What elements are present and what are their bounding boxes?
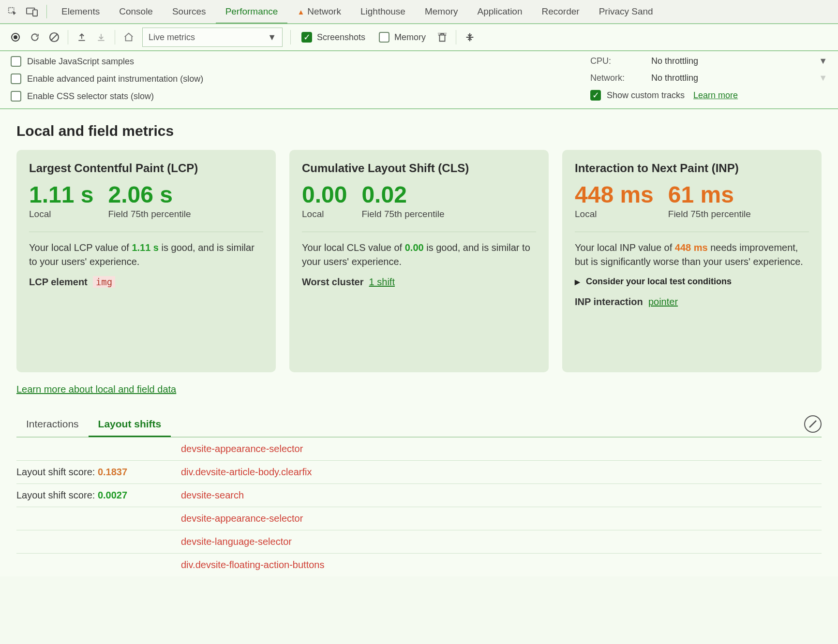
svg-line-7	[809, 421, 816, 427]
lcp-description: Your local LCP value of 1.11 s is good, …	[29, 241, 263, 269]
metrics-select[interactable]: Live metrics ▼	[142, 28, 283, 47]
cls-field-value: 0.02	[361, 183, 444, 207]
inp-title: Interaction to Next Paint (INP)	[575, 161, 809, 175]
lcp-title: Largest Contentful Paint (LCP)	[29, 161, 263, 175]
tab-network[interactable]: Network	[287, 0, 351, 24]
cls-card: Cumulative Layout Shift (CLS) 0.00 Local…	[289, 150, 549, 372]
cpu-throttle-select[interactable]: CPU: No throttling▼	[590, 56, 827, 66]
enable-paint-checkbox[interactable]: Enable advanced paint instrumentation (s…	[11, 73, 590, 84]
lcp-local-label: Local	[29, 209, 93, 220]
clear-icon[interactable]	[45, 28, 64, 47]
shift-element[interactable]: div.devsite-floating-action-buttons	[181, 559, 324, 571]
tab-lighthouse[interactable]: Lighthouse	[351, 0, 415, 24]
lcp-element-line: LCP element img	[29, 277, 263, 288]
separator	[68, 30, 68, 44]
checkbox-checked-icon[interactable]: ✓	[590, 90, 601, 101]
separator	[290, 30, 291, 44]
inner-tabs: Interactions Layout shifts	[16, 411, 822, 438]
tab-sources[interactable]: Sources	[163, 0, 216, 24]
performance-toolbar: Live metrics ▼ ✓ Screenshots Memory	[0, 24, 838, 51]
lcp-local-value: 1.11 s	[29, 183, 93, 207]
enable-css-label: Enable CSS selector stats (slow)	[27, 91, 154, 102]
chevron-down-icon: ▼	[819, 73, 827, 83]
tab-console[interactable]: Console	[109, 0, 163, 24]
tabs-container: ElementsConsoleSourcesPerformanceNetwork…	[52, 0, 663, 24]
disable-js-label: Disable JavaScript samples	[27, 57, 134, 67]
cls-title: Cumulative Layout Shift (CLS)	[302, 161, 536, 175]
tab-recorder[interactable]: Recorder	[532, 0, 589, 24]
lcp-element-tag[interactable]: img	[93, 276, 115, 288]
record-icon[interactable]	[6, 28, 25, 47]
cpu-value: No throttling	[651, 56, 698, 66]
learn-more-data-link[interactable]: Learn more about local and field data	[16, 384, 176, 395]
shift-element[interactable]: div.devsite-article-body.clearfix	[181, 467, 312, 478]
upload-icon[interactable]	[72, 28, 91, 47]
shift-element[interactable]: devsite-appearance-selector	[181, 513, 303, 524]
layout-shift-row[interactable]: Layout shift score: 0.0027devsite-search	[16, 484, 822, 507]
tab-application[interactable]: Application	[468, 0, 532, 24]
layout-shift-list: devsite-appearance-selectorLayout shift …	[16, 438, 822, 576]
layout-shift-row[interactable]: devsite-appearance-selector	[16, 438, 822, 461]
collapse-icon[interactable]	[460, 28, 479, 47]
layout-shift-row[interactable]: Layout shift score: 0.1837div.devsite-ar…	[16, 461, 822, 484]
lcp-field-label: Field 75th percentile	[108, 209, 191, 220]
lcp-field-value: 2.06 s	[108, 183, 191, 207]
inp-interaction-line: INP interaction pointer	[575, 296, 809, 307]
inspect-icon[interactable]	[3, 2, 22, 21]
cls-worst-link[interactable]: 1 shift	[369, 277, 395, 287]
tab-interactions[interactable]: Interactions	[16, 411, 89, 437]
chevron-down-icon: ▼	[819, 56, 827, 66]
main-content: Local and field metrics Largest Contentf…	[0, 109, 838, 576]
shift-element[interactable]: devsite-language-selector	[181, 536, 292, 547]
layout-shift-row[interactable]: devsite-appearance-selector	[16, 507, 822, 530]
tab-memory[interactable]: Memory	[415, 0, 468, 24]
enable-css-checkbox[interactable]: Enable CSS selector stats (slow)	[11, 91, 590, 102]
shift-element[interactable]: devsite-search	[181, 490, 244, 501]
cpu-label: CPU:	[590, 56, 643, 66]
tab-layout-shifts[interactable]: Layout shifts	[89, 411, 171, 437]
tab-privacy-sand[interactable]: Privacy Sand	[589, 0, 663, 24]
reload-icon[interactable]	[25, 28, 45, 47]
network-label: Network:	[590, 73, 643, 83]
triangle-right-icon: ▶	[575, 278, 580, 286]
separator	[115, 30, 115, 44]
home-icon[interactable]	[119, 28, 138, 47]
inp-description: Your local INP value of 448 ms needs imp…	[575, 241, 809, 269]
inp-expander[interactable]: ▶ Consider your local test conditions	[575, 277, 809, 287]
clear-list-icon[interactable]	[804, 415, 822, 433]
memory-checkbox[interactable]: Memory	[379, 32, 426, 43]
inp-field-label: Field 75th percentile	[668, 209, 751, 220]
shift-element[interactable]: devsite-appearance-selector	[181, 443, 303, 454]
cls-field-label: Field 75th percentile	[361, 209, 444, 220]
network-value: No throttling	[651, 73, 698, 83]
gc-icon[interactable]	[433, 28, 452, 47]
tab-performance[interactable]: Performance	[216, 0, 288, 24]
svg-rect-2	[33, 10, 37, 16]
performance-options: Disable JavaScript samples Enable advanc…	[0, 51, 838, 109]
tab-elements[interactable]: Elements	[52, 0, 109, 24]
checkbox-icon	[11, 91, 21, 102]
checkbox-icon	[11, 56, 21, 67]
screenshots-label: Screenshots	[317, 32, 365, 43]
enable-paint-label: Enable advanced paint instrumentation (s…	[27, 74, 203, 84]
svg-point-4	[14, 35, 17, 39]
cls-local-value: 0.00	[302, 183, 347, 207]
learn-more-link[interactable]: Learn more	[693, 90, 738, 101]
cls-description: Your local CLS value of 0.00 is good, an…	[302, 241, 536, 269]
screenshots-checkbox[interactable]: ✓ Screenshots	[301, 32, 365, 43]
cls-worst-line: Worst cluster 1 shift	[302, 277, 536, 288]
cls-local-label: Local	[302, 209, 347, 220]
memory-label: Memory	[394, 32, 426, 43]
disable-js-checkbox[interactable]: Disable JavaScript samples	[11, 56, 590, 67]
download-icon[interactable]	[91, 28, 111, 47]
layout-shift-row[interactable]: devsite-language-selector	[16, 530, 822, 554]
inp-interaction-link[interactable]: pointer	[648, 296, 678, 307]
metrics-select-label: Live metrics	[149, 32, 195, 43]
layout-shift-row[interactable]: div.devsite-floating-action-buttons	[16, 554, 822, 576]
device-toggle-icon[interactable]	[22, 2, 42, 21]
show-tracks-label: Show custom tracks	[607, 90, 685, 101]
inp-card: Interaction to Next Paint (INP) 448 ms L…	[562, 150, 822, 372]
network-throttle-select[interactable]: Network: No throttling▼	[590, 73, 827, 83]
checkbox-icon	[379, 32, 389, 43]
svg-line-6	[51, 34, 57, 40]
